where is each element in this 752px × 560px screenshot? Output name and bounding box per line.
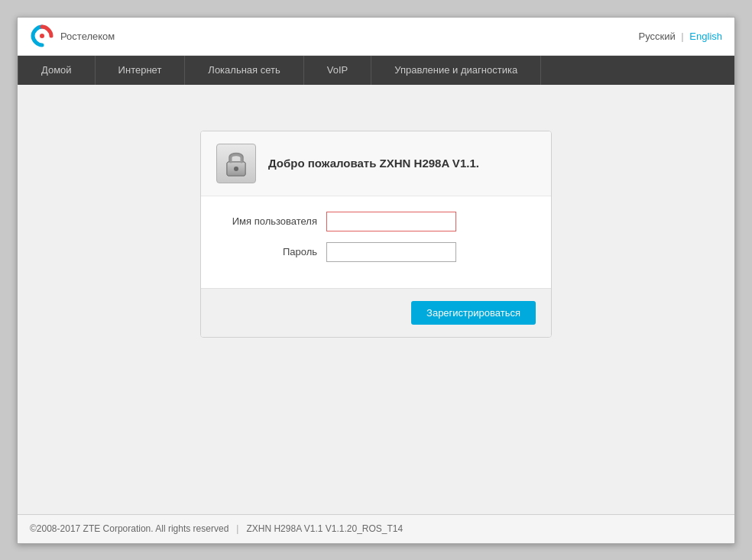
username-input[interactable] <box>326 212 456 231</box>
welcome-text: Добро пожаловать ZXHN H298A V1.1. <box>268 157 479 170</box>
password-label: Пароль <box>219 246 326 257</box>
username-row: Имя пользователя <box>219 212 533 231</box>
svg-point-4 <box>234 167 238 171</box>
rostelecom-logo-icon <box>30 24 54 48</box>
login-card-footer: Зарегистрироваться <box>201 288 551 337</box>
browser-frame: Ростелеком Русский | English Домой Интер… <box>17 17 735 544</box>
footer-separator: | <box>236 523 238 534</box>
password-row: Пароль <box>219 242 533 262</box>
nav-item-internet[interactable]: Интернет <box>96 56 186 85</box>
login-card-header: Добро пожаловать ZXHN H298A V1.1. <box>201 131 551 196</box>
lang-english[interactable]: English <box>689 31 722 42</box>
lang-area: Русский | English <box>638 31 722 42</box>
nav-item-home[interactable]: Домой <box>18 56 96 85</box>
login-card-body: Имя пользователя Пароль <box>201 196 551 288</box>
nav-item-management[interactable]: Управление и диагностика <box>371 56 541 85</box>
logo-text: Ростелеком <box>60 31 115 42</box>
nav-item-voip[interactable]: VoIP <box>304 56 371 85</box>
lock-icon-wrapper <box>216 144 256 183</box>
password-input[interactable] <box>326 242 456 262</box>
page-footer: ©2008-2017 ZTE Corporation. All rights r… <box>18 514 734 543</box>
login-card: Добро пожаловать ZXHN H298A V1.1. Имя по… <box>200 131 552 338</box>
username-label: Имя пользователя <box>219 215 326 227</box>
logo-area: Ростелеком <box>30 24 115 48</box>
lang-russian[interactable]: Русский <box>638 31 675 42</box>
lang-separator: | <box>681 31 683 42</box>
nav-bar: Домой Интернет Локальная сеть VoIP Управ… <box>18 56 734 85</box>
main-content: Добро пожаловать ZXHN H298A V1.1. Имя по… <box>18 85 734 514</box>
top-header: Ростелеком Русский | English <box>18 18 734 56</box>
register-button[interactable]: Зарегистрироваться <box>411 301 536 325</box>
footer-copyright: ©2008-2017 ZTE Corporation. All rights r… <box>30 523 229 534</box>
footer-version: ZXHN H298A V1.1 V1.1.20_ROS_T14 <box>246 523 403 534</box>
svg-point-0 <box>40 34 44 38</box>
lock-icon <box>224 150 248 177</box>
nav-item-lan[interactable]: Локальная сеть <box>185 56 303 85</box>
